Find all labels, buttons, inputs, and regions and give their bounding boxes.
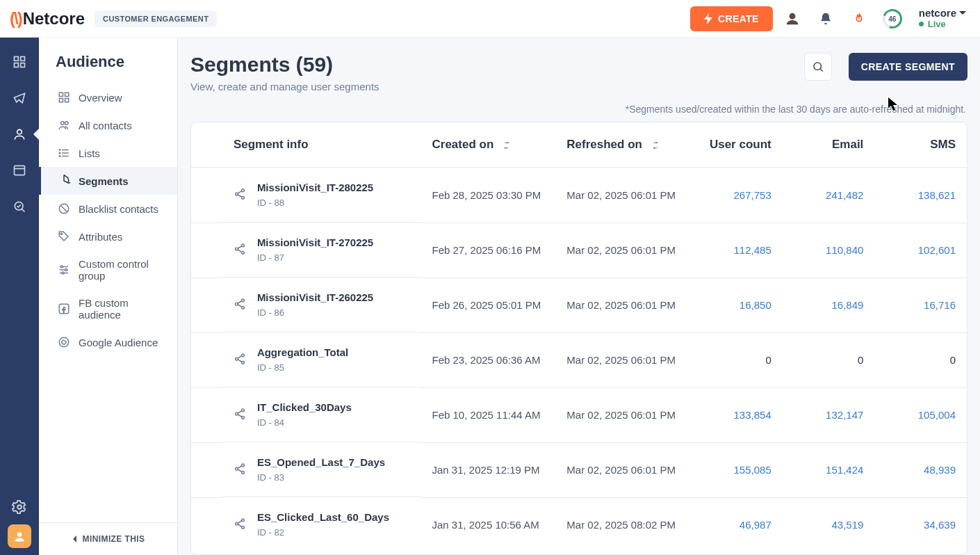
sidepanel-segments[interactable]: Segments bbox=[39, 167, 177, 195]
cell-sms[interactable]: 102,601 bbox=[918, 244, 956, 256]
sidepanel-overview[interactable]: Overview bbox=[39, 83, 177, 111]
avatar-icon[interactable] bbox=[778, 5, 806, 33]
svg-line-55 bbox=[238, 355, 242, 358]
th-email[interactable]: Email bbox=[783, 122, 875, 168]
rail-campaigns[interactable] bbox=[6, 82, 33, 114]
segment-id: ID - 82 bbox=[257, 527, 389, 538]
facebook-icon bbox=[58, 303, 70, 315]
flame-icon[interactable] bbox=[845, 5, 873, 33]
cell-sms[interactable]: 138,621 bbox=[918, 189, 956, 201]
rail-audience[interactable] bbox=[6, 118, 33, 150]
cell-email[interactable]: 43,519 bbox=[831, 519, 863, 531]
cell-user-count[interactable]: 112,485 bbox=[734, 244, 771, 256]
svg-point-30 bbox=[61, 266, 63, 268]
cell-refreshed: Mar 02, 2025 08:02 PM bbox=[555, 497, 690, 552]
cell-email[interactable]: 132,147 bbox=[826, 409, 863, 421]
th-refreshed[interactable]: Refreshed on bbox=[555, 122, 690, 168]
segment-id: ID - 87 bbox=[257, 252, 373, 263]
svg-line-9 bbox=[22, 209, 24, 211]
svg-point-32 bbox=[62, 272, 64, 274]
sidepanel-fb-audience[interactable]: FB custom audience bbox=[39, 289, 177, 328]
google-icon bbox=[58, 336, 70, 348]
cell-user-count[interactable]: 267,753 bbox=[734, 189, 771, 201]
sidepanel-blacklist[interactable]: Blacklist contacts bbox=[39, 195, 177, 223]
cell-email[interactable]: 110,840 bbox=[826, 244, 863, 256]
nav-rail bbox=[0, 38, 39, 555]
sliders-icon bbox=[58, 264, 70, 276]
segments-table: Segment info Created on Refreshed on Use… bbox=[190, 122, 967, 555]
brand-logo[interactable]: (\) Netcore bbox=[10, 9, 85, 29]
search-button[interactable] bbox=[804, 53, 832, 81]
segment-name: MissioniVisit_IT-280225 bbox=[257, 182, 373, 193]
share-icon[interactable] bbox=[234, 408, 246, 422]
usage-ring[interactable]: 46 bbox=[879, 5, 906, 33]
cell-email[interactable]: 241,482 bbox=[826, 189, 863, 201]
cell-sms[interactable]: 105,004 bbox=[918, 409, 956, 421]
create-button[interactable]: CREATE bbox=[690, 6, 773, 31]
sidepanel-google-audience[interactable]: Google Audience bbox=[39, 328, 177, 356]
rail-settings[interactable] bbox=[12, 499, 27, 517]
svg-point-35 bbox=[814, 63, 822, 70]
cell-user-count[interactable]: 133,854 bbox=[734, 409, 771, 421]
brand-mark-icon: (\) bbox=[10, 9, 22, 29]
rail-dashboard[interactable] bbox=[6, 46, 33, 78]
svg-point-10 bbox=[17, 505, 22, 509]
svg-line-40 bbox=[238, 191, 242, 193]
bell-icon[interactable] bbox=[812, 5, 840, 33]
table-row[interactable]: ES_Opened_Last_7_DaysID - 83Jan 31, 2025… bbox=[191, 442, 967, 497]
cell-user-count[interactable]: 155,085 bbox=[734, 464, 771, 476]
account-menu[interactable]: netcore Live bbox=[919, 8, 966, 29]
table-row[interactable]: ES_Clicked_Last_60_DaysID - 82Jan 31, 20… bbox=[191, 497, 967, 552]
table-row[interactable]: MissioniVisit_IT-270225ID - 87Feb 27, 20… bbox=[191, 223, 967, 278]
account-status: Live bbox=[928, 19, 946, 29]
svg-point-5 bbox=[17, 129, 22, 134]
th-user-count[interactable]: User count bbox=[690, 122, 783, 168]
th-sms[interactable]: SMS bbox=[874, 122, 967, 168]
table-row[interactable]: MissioniVisit_IT-260225ID - 86Feb 26, 20… bbox=[191, 278, 967, 332]
th-created[interactable]: Created on bbox=[421, 122, 556, 168]
cell-email[interactable]: 16,849 bbox=[831, 299, 863, 311]
rail-content[interactable] bbox=[6, 154, 33, 186]
create-segment-button[interactable]: CREATE SEGMENT bbox=[849, 53, 967, 81]
minimize-label: MINIMIZE THIS bbox=[83, 534, 145, 544]
th-segment[interactable]: Segment info bbox=[222, 122, 421, 168]
svg-line-50 bbox=[238, 300, 242, 303]
share-icon[interactable] bbox=[234, 353, 246, 367]
caret-down-icon bbox=[959, 10, 966, 16]
segment-name: Aggregation_Total bbox=[257, 346, 348, 358]
cell-user-count[interactable]: 16,850 bbox=[740, 299, 771, 311]
table-row[interactable]: Aggregation_TotalID - 85Feb 23, 2025 06:… bbox=[191, 332, 967, 387]
sidepanel-attributes[interactable]: Attributes bbox=[39, 223, 177, 250]
lightning-icon bbox=[704, 13, 712, 24]
cell-user-count[interactable]: 46,987 bbox=[740, 519, 771, 531]
table-row[interactable]: IT_Clicked_30DaysID - 84Feb 10, 2025 11:… bbox=[191, 387, 967, 442]
share-icon[interactable] bbox=[234, 188, 246, 202]
svg-line-46 bbox=[238, 249, 242, 252]
sidepanel-item-label: All contacts bbox=[79, 120, 132, 131]
topbar: (\) Netcore CUSTOMER ENGAGEMENT CREATE 4… bbox=[0, 0, 980, 38]
page-title: Segments (59) bbox=[190, 53, 379, 77]
grid-icon bbox=[58, 91, 70, 104]
cell-sms[interactable]: 34,639 bbox=[924, 519, 956, 531]
cell-sms[interactable]: 16,716 bbox=[924, 299, 956, 311]
rail-analytics[interactable] bbox=[6, 191, 33, 223]
share-icon[interactable] bbox=[234, 298, 246, 312]
table-row[interactable]: MissioniVisit_IT-280225ID - 88Feb 28, 20… bbox=[191, 168, 967, 223]
minimize-sidebar[interactable]: MINIMIZE THIS bbox=[39, 522, 177, 555]
sidepanel-all-contacts[interactable]: All contacts bbox=[39, 111, 177, 139]
share-icon[interactable] bbox=[234, 243, 246, 257]
cell-sms[interactable]: 48,939 bbox=[924, 464, 956, 476]
sidepanel-lists[interactable]: Lists bbox=[39, 139, 177, 167]
svg-line-25 bbox=[61, 206, 67, 212]
sidepanel-item-label: Attributes bbox=[79, 231, 122, 243]
share-icon[interactable] bbox=[234, 517, 246, 532]
rail-profile[interactable] bbox=[8, 524, 31, 548]
svg-rect-13 bbox=[65, 92, 69, 96]
cell-user-count: 0 bbox=[765, 354, 771, 366]
status-dot-icon bbox=[919, 22, 924, 26]
cell-email[interactable]: 151,424 bbox=[826, 464, 863, 476]
cell-refreshed: Mar 02, 2025 06:01 PM bbox=[555, 442, 690, 497]
svg-point-0 bbox=[790, 13, 794, 18]
sidepanel-control-group[interactable]: Custom control group bbox=[39, 250, 177, 289]
share-icon[interactable] bbox=[234, 462, 246, 477]
